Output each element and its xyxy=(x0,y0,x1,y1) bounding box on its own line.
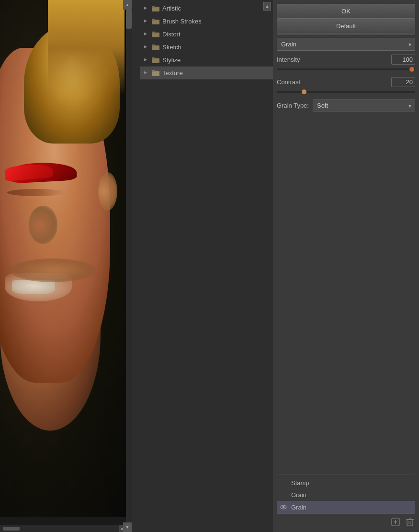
filter-dropdown-wrapper: Grain Craquelure Mosaic Tiles Patchwork … xyxy=(277,38,415,51)
delete-effect-icon xyxy=(406,518,414,526)
panel-collapse-icon: ▲ xyxy=(265,4,270,9)
scroll-up-arrow[interactable]: ▲ xyxy=(123,0,132,10)
grain-type-row: Grain Type: Regular Soft Sprinkles Clump… xyxy=(277,100,415,111)
filter-item-stylize[interactable]: ▶ Stylize xyxy=(140,54,273,66)
separator-1 xyxy=(277,34,415,35)
ok-button[interactable]: OK xyxy=(277,4,415,19)
intensity-slider-container xyxy=(277,66,415,73)
folder-icon-brush xyxy=(152,18,159,24)
filter-item-brush-strokes[interactable]: ▶ Brush Strokes xyxy=(140,15,273,28)
svg-rect-1 xyxy=(152,6,155,8)
expand-arrow-texture: ▶ xyxy=(144,70,150,76)
contrast-label: Contrast xyxy=(277,78,310,86)
grain-type-dropdown[interactable]: Regular Soft Sprinkles Clumped Contrasty… xyxy=(313,100,415,111)
nose xyxy=(29,206,57,244)
folder-icon-texture xyxy=(152,70,159,76)
intensity-value[interactable]: 100 xyxy=(391,55,415,65)
effects-spacer xyxy=(277,111,415,475)
contrast-track xyxy=(277,91,415,93)
svg-rect-7 xyxy=(152,44,155,46)
filter-label-texture: Texture xyxy=(162,69,183,77)
intensity-row: Intensity 100 xyxy=(277,55,415,65)
intensity-label: Intensity xyxy=(277,56,310,63)
svg-rect-3 xyxy=(152,19,155,21)
filter-dropdown-row: Grain Craquelure Mosaic Tiles Patchwork … xyxy=(277,38,415,51)
svg-rect-17 xyxy=(407,520,413,526)
contrast-slider-container xyxy=(277,88,415,96)
effect-label-grain-2: Grain xyxy=(291,491,306,499)
default-button[interactable]: Default xyxy=(277,19,415,33)
scrollbar-thumb[interactable] xyxy=(126,10,132,29)
effect-row-stamp[interactable]: Stamp xyxy=(277,477,415,489)
preview-image xyxy=(0,0,132,517)
expand-arrow-artistic: ▶ xyxy=(144,6,150,11)
ear xyxy=(98,172,117,211)
filter-item-artistic[interactable]: ▶ Artistic xyxy=(140,2,273,15)
scroll-down-icon: ▼ xyxy=(125,525,130,530)
svg-point-13 xyxy=(283,506,284,508)
vertical-scrollbar[interactable] xyxy=(126,0,132,532)
effects-footer xyxy=(277,513,415,528)
controls-panel: OK Default Grain Craquelure Mosaic Tiles… xyxy=(273,0,419,532)
effect-row-grain-1[interactable]: Grain xyxy=(277,501,415,513)
chin xyxy=(10,258,96,282)
filter-item-distort[interactable]: ▶ Distort xyxy=(140,28,273,41)
filter-dropdown[interactable]: Grain Craquelure Mosaic Tiles Patchwork … xyxy=(277,38,415,51)
svg-rect-9 xyxy=(152,57,155,59)
intensity-track xyxy=(277,68,415,70)
hair-top2 xyxy=(48,0,125,96)
effect-row-grain-2[interactable]: Grain xyxy=(277,489,415,501)
contrast-row: Contrast 20 xyxy=(277,77,415,87)
filter-item-sketch[interactable]: ▶ Sketch xyxy=(140,41,273,54)
add-effect-icon xyxy=(391,518,400,526)
folder-icon-sketch xyxy=(152,44,159,50)
main-layout: ▲ ▼ ► ▲ ▶ xyxy=(0,0,419,532)
grain-type-dropdown-wrapper: Regular Soft Sprinkles Clumped Contrasty… xyxy=(313,100,415,111)
contrast-thumb[interactable] xyxy=(302,89,306,94)
effect-label-stamp: Stamp xyxy=(291,479,309,487)
intensity-thumb[interactable] xyxy=(409,67,414,72)
filter-label-brush: Brush Strokes xyxy=(162,18,202,25)
eye-icon-grain-1[interactable] xyxy=(280,503,287,511)
scroll-down-arrow[interactable]: ▼ xyxy=(123,522,132,532)
effect-label-grain-1: Grain xyxy=(291,504,306,511)
horizontal-scrollbar[interactable]: ► xyxy=(0,525,126,532)
filter-label-sketch: Sketch xyxy=(162,44,181,51)
grain-type-label: Grain Type: xyxy=(277,102,309,109)
folder-icon-distort xyxy=(152,31,159,37)
svg-rect-11 xyxy=(152,70,155,72)
delete-effect-button[interactable] xyxy=(405,517,415,527)
image-panel: ▲ ▼ ► xyxy=(0,0,132,532)
h-scrollbar-thumb[interactable] xyxy=(3,527,20,531)
folder-icon-stylize xyxy=(152,57,159,63)
panel-collapse-button[interactable]: ▲ xyxy=(263,2,271,11)
expand-arrow-sketch: ▶ xyxy=(144,44,150,50)
folder-icon-artistic xyxy=(152,5,159,11)
scroll-up-icon: ▲ xyxy=(125,2,130,7)
filter-item-texture[interactable]: ▶ Texture xyxy=(140,66,273,79)
expand-arrow-stylize: ▶ xyxy=(144,57,150,63)
filter-tree: ▶ Artistic ▶ Brush Stro xyxy=(140,0,273,532)
add-effect-button[interactable] xyxy=(390,517,401,527)
filter-label-artistic: Artistic xyxy=(162,5,181,12)
contrast-value[interactable]: 20 xyxy=(391,77,415,87)
expand-arrow-distort: ▶ xyxy=(144,32,150,37)
expand-arrow-brush: ▶ xyxy=(144,19,150,24)
filter-panel: ▲ ▶ Artistic ▶ xyxy=(132,0,273,532)
effects-stack: Stamp Grain Grain xyxy=(277,475,415,513)
eye-area xyxy=(7,189,65,196)
filter-label-distort: Distort xyxy=(162,31,181,38)
filter-label-stylize: Stylize xyxy=(162,56,181,64)
svg-rect-5 xyxy=(152,32,155,33)
